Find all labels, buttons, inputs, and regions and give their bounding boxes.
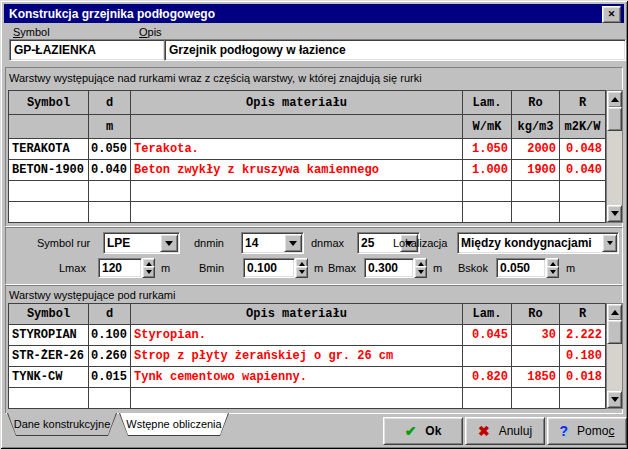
scroll-down-button[interactable] (607, 205, 622, 222)
tab-label: Dane konstrukcyjne (8, 413, 116, 435)
bmin-spinner[interactable]: 0.100 (243, 258, 295, 278)
table-cell[interactable]: 30 (512, 325, 560, 346)
opis-input[interactable]: Grzejnik podłogowy w łazience (164, 39, 626, 61)
table-cell[interactable]: STYROPIAN (9, 325, 89, 346)
table-cell[interactable] (131, 181, 463, 202)
dnmin-combobox[interactable]: 14 (241, 232, 304, 254)
table-cell[interactable] (463, 181, 512, 202)
symbol-input[interactable]: GP-ŁAZIENKA (9, 39, 165, 61)
table-cell[interactable]: 0.040 (560, 160, 606, 181)
scroll-down-icon (611, 211, 619, 216)
lmax-spin-buttons[interactable] (142, 258, 155, 278)
spin-down-button[interactable] (414, 266, 427, 278)
table-cell[interactable] (512, 346, 560, 367)
table-cell[interactable] (131, 388, 463, 409)
table-cell[interactable] (89, 202, 131, 223)
tab-wstepne-obliczenia[interactable]: Wstępne obliczenia (119, 413, 229, 436)
cancel-button-label: Anuluj (499, 424, 532, 438)
table-cell[interactable]: TERAKOTA (9, 139, 89, 160)
table-cell[interactable]: 0.045 (463, 325, 512, 346)
table-cell[interactable] (9, 202, 89, 223)
table-cell[interactable]: 1850 (512, 367, 560, 388)
table-cell[interactable] (463, 202, 512, 223)
column-header: R (560, 91, 606, 115)
table-cell[interactable]: Strop z płyty żerańskiej o gr. 26 cm (131, 346, 463, 367)
pipes-panel: Symbol rur LPE dnmin 14 dnmax 25 Lokaliz… (5, 227, 623, 285)
table-cell[interactable]: BETON-1900 (9, 160, 89, 181)
layers-above-scrollbar[interactable] (606, 90, 623, 223)
table-cell[interactable] (463, 388, 512, 409)
table-cell[interactable]: 0.260 (89, 346, 131, 367)
table-cell[interactable] (512, 388, 560, 409)
column-header: d (89, 91, 131, 115)
table-cell[interactable]: Styropian. (131, 325, 463, 346)
spin-down-icon (146, 270, 152, 274)
table-cell[interactable] (512, 202, 560, 223)
table-cell[interactable] (89, 388, 131, 409)
table-cell[interactable]: Tynk cementowo wapienny. (131, 367, 463, 388)
dropdown-button[interactable] (284, 234, 302, 252)
bskok-spin-buttons[interactable] (546, 258, 559, 278)
question-icon: ? (560, 424, 569, 438)
close-button[interactable]: ✕ (602, 6, 621, 23)
table-cell[interactable] (9, 181, 89, 202)
table-cell[interactable]: 1.000 (463, 160, 512, 181)
spin-down-button[interactable] (546, 266, 559, 278)
dropdown-button[interactable] (602, 234, 617, 252)
table-cell[interactable] (560, 202, 606, 223)
table-cell[interactable] (512, 181, 560, 202)
scroll-up-button[interactable] (607, 304, 622, 321)
table-cell[interactable] (560, 388, 606, 409)
table-cell[interactable]: 2000 (512, 139, 560, 160)
table-cell[interactable]: 0.100 (89, 325, 131, 346)
bmax-spinner[interactable]: 0.300 (364, 258, 414, 278)
scroll-thumb[interactable] (607, 320, 622, 344)
spin-down-button[interactable] (295, 266, 308, 278)
unit-header: kg/m3 (512, 115, 560, 139)
table-cell[interactable]: 0.015 (89, 367, 131, 388)
column-header: Symbol (9, 304, 89, 325)
lmax-spinner[interactable]: 120 (98, 258, 142, 278)
dropdown-icon (607, 241, 613, 245)
layers-below-scrollbar[interactable] (606, 303, 623, 409)
dropdown-icon (289, 241, 297, 246)
tab-dane-konstrukcyjne[interactable]: Dane konstrukcyjne (7, 413, 117, 436)
table-cell[interactable]: 0.040 (89, 160, 131, 181)
table-cell[interactable]: TYNK-CW (9, 367, 89, 388)
table-cell[interactable]: 0.180 (560, 346, 606, 367)
table-cell[interactable]: 1.050 (463, 139, 512, 160)
dropdown-button[interactable] (160, 234, 178, 252)
table-cell[interactable]: 0.048 (560, 139, 606, 160)
bmax-spin-buttons[interactable] (414, 258, 427, 278)
table-cell[interactable]: 0.050 (89, 139, 131, 160)
help-button[interactable]: ? Pomoc (547, 417, 627, 445)
table-cell[interactable] (131, 202, 463, 223)
unit-header: m2K/W (560, 115, 606, 139)
table-cell[interactable] (89, 181, 131, 202)
scroll-up-button[interactable] (607, 91, 622, 108)
bmin-spin-buttons[interactable] (295, 258, 308, 278)
table-cell[interactable] (560, 181, 606, 202)
table-cell[interactable]: 0.018 (560, 367, 606, 388)
table-cell[interactable]: Terakota. (131, 139, 463, 160)
table-cell[interactable]: STR-ŻER-26 (9, 346, 89, 367)
table-cell[interactable]: 2.222 (560, 325, 606, 346)
table-cell[interactable]: 1900 (512, 160, 560, 181)
scroll-thumb[interactable] (607, 107, 622, 131)
scroll-down-button[interactable] (607, 391, 622, 408)
close-icon: ✕ (608, 10, 616, 19)
title-bar[interactable]: Konstrukcja grzejnika podłogowego ✕ (4, 4, 624, 23)
cancel-button[interactable]: ✖ Anuluj (465, 417, 545, 445)
ok-button[interactable]: ✔ Ok (383, 417, 463, 445)
table-cell[interactable]: 0.820 (463, 367, 512, 388)
symbol-rur-combobox[interactable]: LPE (103, 232, 180, 254)
lokalizacja-combobox[interactable]: Między kondygnacjami (457, 232, 619, 254)
bskok-spinner[interactable]: 0.050 (496, 258, 546, 278)
table-cell[interactable] (463, 346, 512, 367)
table-cell[interactable] (9, 388, 89, 409)
tab-label: Wstępne obliczenia (120, 413, 228, 435)
table-cell[interactable]: Beton zwykły z kruszywa kamiennego (131, 160, 463, 181)
dnmax-label: dnmax (311, 237, 344, 249)
column-header: Lam. (463, 91, 512, 115)
spin-down-button[interactable] (142, 266, 155, 278)
